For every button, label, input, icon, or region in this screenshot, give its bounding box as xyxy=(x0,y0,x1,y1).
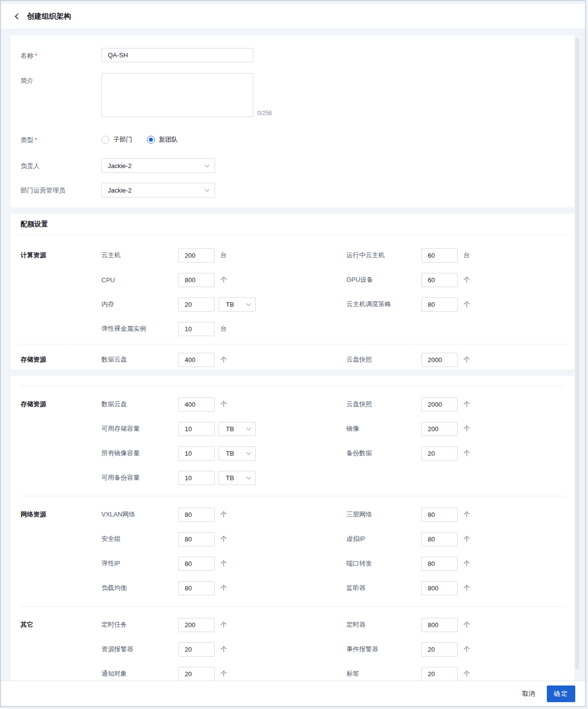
quota-input[interactable] xyxy=(178,642,215,657)
quota-input[interactable] xyxy=(421,422,458,436)
section-divider xyxy=(21,344,564,344)
quota-input[interactable] xyxy=(178,397,215,412)
quota-row: 内存TB云主机调度策略个 xyxy=(11,292,574,317)
quota-unit-label: 个 xyxy=(464,559,470,568)
admin-select[interactable]: Jackie-2 xyxy=(101,183,215,197)
unit-select-value: TB xyxy=(226,301,247,308)
unit-select[interactable]: TB xyxy=(219,297,256,312)
footer-bar: 取消 确定 xyxy=(1,681,585,706)
quota-input[interactable] xyxy=(178,471,215,485)
quota-field-controls: 个 xyxy=(421,642,574,657)
back-icon[interactable] xyxy=(15,13,21,20)
chevron-down-icon xyxy=(246,301,251,306)
unit-select-value: TB xyxy=(226,450,247,457)
quota-group-label: 存储资源 xyxy=(21,400,101,409)
chevron-down-icon xyxy=(246,450,251,455)
quota-input[interactable] xyxy=(178,532,215,546)
quota-unit-label: 个 xyxy=(464,620,470,629)
quota-unit-label: 个 xyxy=(464,669,470,678)
quota-input[interactable] xyxy=(178,322,215,336)
owner-row: 负责人 Jackie-2 xyxy=(11,158,574,173)
owner-select[interactable]: Jackie-2 xyxy=(101,158,215,173)
quota-input[interactable] xyxy=(178,508,215,522)
quota-input[interactable] xyxy=(421,532,458,546)
cancel-button[interactable]: 取消 xyxy=(522,689,535,698)
quota-field-label: 标签 xyxy=(346,669,421,678)
quota-input[interactable] xyxy=(178,422,215,436)
quota-row: 所有镜像容量TB备份数据个 xyxy=(11,441,574,465)
scrollbar[interactable] xyxy=(575,38,579,669)
quota-field-label: CPU xyxy=(101,276,178,284)
quota-row: 安全组个虚拟IP个 xyxy=(11,527,574,551)
quota-input[interactable] xyxy=(178,581,215,595)
chevron-down-icon xyxy=(246,474,251,479)
quota-unit-label: 个 xyxy=(220,669,227,678)
radio-option-subdepartment[interactable]: 子部门 xyxy=(101,135,132,144)
quota-group-label: 网络资源 xyxy=(21,510,101,519)
quota-field-controls: 个 xyxy=(178,581,346,595)
quota-input[interactable] xyxy=(421,446,458,461)
quota-input[interactable] xyxy=(421,297,458,312)
quota-field-label: 云盘快照 xyxy=(346,355,421,364)
intro-row: 简介 0/256 xyxy=(11,73,574,119)
quota-input[interactable] xyxy=(421,642,458,657)
name-input[interactable] xyxy=(101,48,253,62)
name-label: 名称* xyxy=(21,48,101,62)
radio-unchecked-icon[interactable] xyxy=(101,136,109,144)
quota-unit-label: 个 xyxy=(464,449,470,458)
create-org-page: 创建组织架构 名称* 简介 0/256 类 xyxy=(0,0,586,707)
quota-input[interactable] xyxy=(421,397,458,412)
quota-unit-label: 个 xyxy=(220,355,227,364)
quota-input[interactable] xyxy=(421,581,458,595)
quota-input[interactable] xyxy=(421,557,458,571)
quota-input[interactable] xyxy=(178,557,215,571)
unit-select-value: TB xyxy=(226,425,247,433)
quota-field-controls: TB xyxy=(178,422,346,436)
quota-input[interactable] xyxy=(421,667,458,681)
quota-field-controls: 个 xyxy=(421,422,574,436)
quota-input[interactable] xyxy=(421,248,458,263)
quota-card-1: 配额设置 计算资源云主机台运行中云主机台CPU个GPU设备个内存TB云主机调度策… xyxy=(11,214,574,369)
unit-select[interactable]: TB xyxy=(219,471,256,485)
quota-field-controls: 个 xyxy=(178,642,346,657)
quota-input[interactable] xyxy=(421,353,458,367)
section-divider xyxy=(21,606,564,607)
quota-input[interactable] xyxy=(421,508,458,522)
quota-unit-label: 个 xyxy=(464,400,470,409)
quota-field-controls: 个 xyxy=(178,353,346,367)
quota-input[interactable] xyxy=(178,273,215,287)
quota-input[interactable] xyxy=(178,446,215,461)
quota-row: 负载均衡个监听器个 xyxy=(11,576,574,600)
quota-field-controls: 个 xyxy=(178,618,346,632)
confirm-button[interactable]: 确定 xyxy=(547,685,575,702)
quota-input[interactable] xyxy=(178,618,215,632)
quota-input[interactable] xyxy=(178,667,215,681)
quota-unit-label: 个 xyxy=(464,355,470,364)
quota-field-label: 弹性裸金属实例 xyxy=(101,324,178,333)
intro-textarea[interactable] xyxy=(101,73,253,117)
quota-unit-label: 个 xyxy=(220,620,227,629)
quota-input[interactable] xyxy=(178,353,215,367)
quota-field-label: 事件报警器 xyxy=(346,645,421,654)
quota-field-label: 端口转发 xyxy=(346,559,421,568)
page-title: 创建组织架构 xyxy=(27,12,71,21)
section-divider xyxy=(21,386,564,386)
quota-row: 资源报警器个事件报警器个 xyxy=(11,637,574,661)
unit-select[interactable]: TB xyxy=(219,446,256,461)
basic-info-card: 名称* 简介 0/256 类型* xyxy=(11,35,574,207)
unit-select[interactable]: TB xyxy=(219,422,256,436)
radio-option-newteam[interactable]: 新团队 xyxy=(147,135,178,144)
quota-field-label: 定时器 xyxy=(346,620,421,629)
quota-panel-1: 计算资源云主机台运行中云主机台CPU个GPU设备个内存TB云主机调度策略个弹性裸… xyxy=(11,235,574,369)
quota-input[interactable] xyxy=(421,618,458,632)
quota-row: 其它定时任务个定时器个 xyxy=(11,612,574,637)
quota-title-row: 配额设置 xyxy=(11,214,574,235)
quota-input[interactable] xyxy=(178,297,215,312)
quota-input[interactable] xyxy=(178,248,215,263)
admin-row: 部门运营管理员 Jackie-2 xyxy=(11,183,574,197)
radio-checked-icon[interactable] xyxy=(147,136,155,144)
quota-field-label: 备份数据 xyxy=(346,449,421,458)
quota-row: 网络资源VXLAN网络个三层网络个 xyxy=(11,502,574,527)
quota-field-label: 安全组 xyxy=(101,535,178,543)
quota-input[interactable] xyxy=(421,273,458,287)
